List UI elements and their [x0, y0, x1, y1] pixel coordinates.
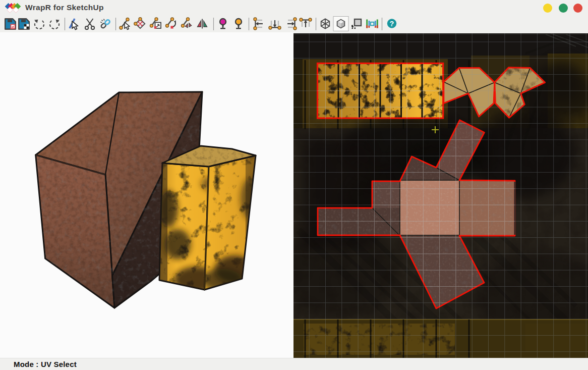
- svg-text:?: ?: [390, 20, 394, 28]
